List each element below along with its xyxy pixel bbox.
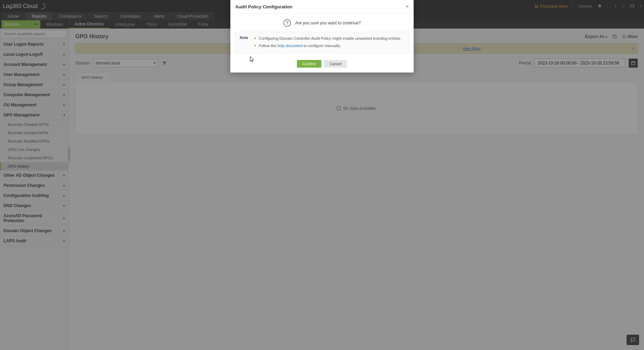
- modal-title: Audit Policy Configuration: [235, 4, 292, 9]
- note-item: Configuring Domain Controller Audit Poli…: [254, 36, 401, 41]
- confirm-button[interactable]: Confirm: [297, 60, 322, 68]
- modal-footer: Confirm Cancel: [230, 56, 414, 73]
- help-document-link[interactable]: help document: [277, 44, 302, 48]
- note-item: Follow the help document to configure ma…: [254, 43, 401, 49]
- note-box: Note Configuring Domain Controller Audit…: [235, 32, 409, 54]
- modal-close-icon[interactable]: ×: [406, 3, 409, 10]
- cancel-button[interactable]: Cancel: [324, 60, 347, 68]
- note-label: Note: [240, 36, 248, 50]
- question-icon: ?: [283, 19, 291, 27]
- audit-policy-modal: Audit Policy Configuration × ? Are you s…: [230, 0, 414, 73]
- modal-header: Audit Policy Configuration ×: [230, 0, 414, 14]
- confirm-row: ? Are you sure you want to continue?: [235, 19, 409, 27]
- modal-body: ? Are you sure you want to continue? Not…: [230, 14, 414, 56]
- confirm-question: Are you sure you want to continue?: [295, 21, 361, 25]
- note-list: Configuring Domain Controller Audit Poli…: [254, 36, 401, 50]
